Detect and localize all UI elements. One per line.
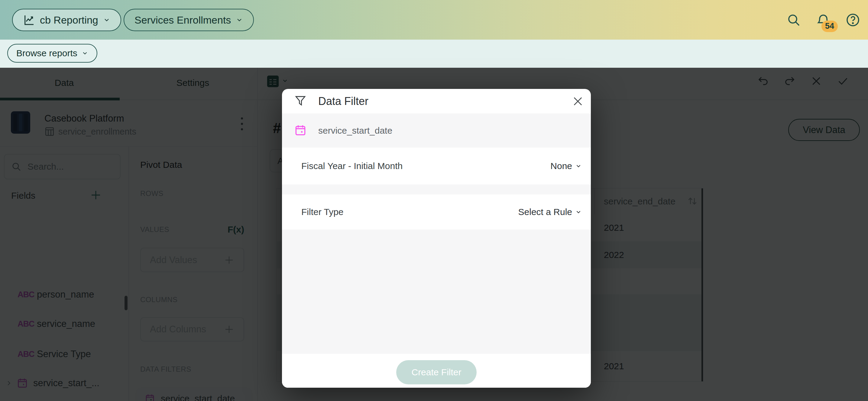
app-menu-label: cb Reporting: [40, 14, 98, 26]
chevron-down-icon: [236, 16, 243, 24]
line-chart-icon: [23, 14, 35, 26]
filter-type-label: Filter Type: [301, 207, 344, 217]
help-icon[interactable]: [846, 13, 860, 27]
report-selector-button[interactable]: Services Enrollments: [124, 9, 254, 31]
browse-strip: Browse reports: [0, 39, 868, 68]
chevron-down-icon: [103, 16, 110, 24]
create-filter-button[interactable]: Create Filter: [396, 360, 476, 384]
modal-footer: Create Filter: [282, 354, 591, 388]
calendar-icon: [294, 124, 307, 137]
notifications-bell-icon[interactable]: 54: [816, 13, 831, 27]
header-icon-group: 54: [786, 0, 860, 39]
modal-body-empty: [282, 230, 591, 354]
fiscal-year-select[interactable]: None: [550, 161, 582, 171]
app-root: cb Reporting Services Enrollments: [0, 0, 868, 401]
divider-band: [282, 184, 591, 195]
modal-header: Data Filter: [282, 89, 591, 113]
notifications-count-badge: 54: [822, 21, 838, 32]
browse-reports-label: Browse reports: [16, 48, 78, 58]
filter-funnel-icon: [294, 94, 307, 108]
search-icon[interactable]: [786, 13, 801, 27]
modal-field-row: service_start_date: [282, 113, 591, 148]
app-menu-button[interactable]: cb Reporting: [12, 9, 121, 31]
browse-reports-button[interactable]: Browse reports: [7, 44, 97, 63]
fiscal-year-label: Fiscal Year - Initial Month: [301, 161, 403, 171]
chevron-down-icon: [82, 50, 88, 57]
filter-type-select[interactable]: Select a Rule: [518, 207, 582, 217]
fiscal-year-row: Fiscal Year - Initial Month None: [282, 148, 591, 184]
chevron-down-icon: [575, 209, 582, 215]
chevron-down-icon: [575, 163, 582, 169]
modal-field-name: service_start_date: [318, 113, 392, 148]
close-icon[interactable]: [571, 95, 584, 108]
filter-type-row: Filter Type Select a Rule: [282, 195, 591, 230]
modal-title: Data Filter: [318, 89, 368, 113]
report-selector-label: Services Enrollments: [134, 14, 231, 26]
top-header: cb Reporting Services Enrollments: [0, 0, 868, 39]
data-filter-modal: Data Filter service_start_date Fiscal Ye…: [282, 89, 591, 388]
